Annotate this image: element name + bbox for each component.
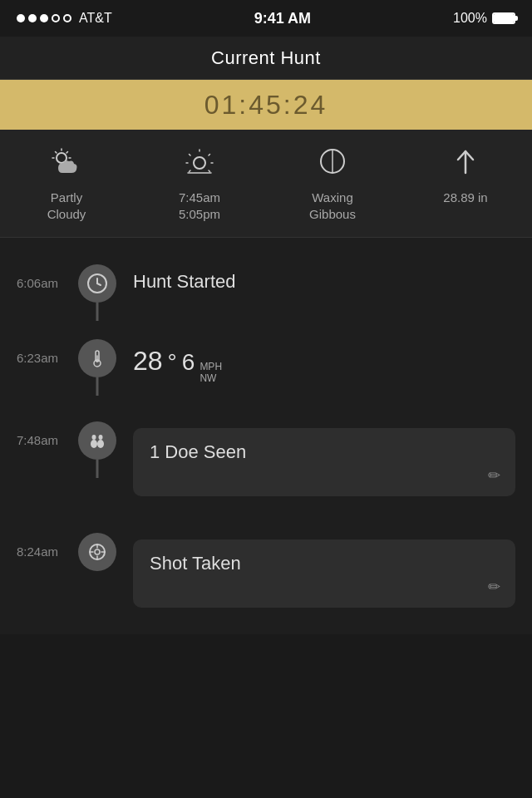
svg-line-5 xyxy=(56,152,57,153)
timer-banner: 01:45:24 xyxy=(0,80,532,130)
page-title: Current Hunt xyxy=(211,47,321,69)
signal-dot-1 xyxy=(17,14,25,22)
status-bar: AT&T 9:41 AM 100% xyxy=(0,0,532,37)
signal-dot-3 xyxy=(40,14,48,22)
svg-line-14 xyxy=(190,170,191,172)
timeline-connector-1 xyxy=(76,264,118,303)
shot-taken-box[interactable]: Shot Taken ✏ xyxy=(133,539,515,608)
timeline-connector-4 xyxy=(76,533,118,571)
svg-point-8 xyxy=(194,157,205,169)
moon-icon xyxy=(316,145,349,183)
timeline-content-4: Shot Taken ✏ xyxy=(133,533,515,608)
doe-seen-edit-icon[interactable]: ✏ xyxy=(488,466,500,485)
deer-tracks-icon xyxy=(86,430,108,451)
svg-point-31 xyxy=(95,549,100,554)
signal-dots xyxy=(17,14,71,22)
timeline-connector-3 xyxy=(76,421,118,460)
svg-line-10 xyxy=(190,155,191,156)
temperature-unit: ° xyxy=(168,349,177,376)
timeline-content-2: 28 ° 6 MPH NW xyxy=(133,339,515,385)
wind-dir: NW xyxy=(200,372,222,384)
thermometer-icon-circle xyxy=(78,339,116,377)
svg-line-11 xyxy=(209,155,210,156)
svg-point-26 xyxy=(91,440,97,448)
timeline-item-2: 6:23am 28 ° 6 MPH NW xyxy=(0,321,532,403)
hunt-started-text: Hunt Started xyxy=(133,271,236,292)
moon-label: WaxingGibbous xyxy=(309,190,356,222)
carrier-label: AT&T xyxy=(79,11,112,26)
timeline-time-2: 6:23am xyxy=(17,339,76,365)
battery-area: 100% xyxy=(453,11,515,26)
crosshair-icon-circle xyxy=(78,533,116,571)
weather-pressure: 28.89 in xyxy=(399,145,532,206)
pressure-icon xyxy=(449,145,482,183)
thermometer-icon xyxy=(86,347,108,369)
partly-cloudy-icon xyxy=(50,145,83,183)
timeline-time-3: 7:48am xyxy=(17,421,76,447)
weather-condition: PartlyCloudy xyxy=(0,145,133,222)
timeline-item-4: 8:24am Shot Taken ✏ xyxy=(0,515,532,626)
battery-percent: 100% xyxy=(453,11,487,26)
temperature-value: 28 xyxy=(133,346,163,377)
wind-speed-value: 6 xyxy=(182,349,195,376)
doe-seen-text: 1 Doe Seen xyxy=(150,441,246,462)
weather-moon: WaxingGibbous xyxy=(266,145,399,222)
nav-bar: Current Hunt xyxy=(0,37,532,80)
svg-point-27 xyxy=(97,440,104,448)
battery-icon xyxy=(492,12,515,24)
shot-taken-edit-icon[interactable]: ✏ xyxy=(488,578,500,596)
timeline-section: 6:06am Hunt Started 6:23am xyxy=(0,238,532,634)
doe-seen-box[interactable]: 1 Doe Seen ✏ xyxy=(133,428,515,496)
status-left: AT&T xyxy=(17,11,112,26)
shot-taken-text: Shot Taken xyxy=(150,553,241,574)
condition-label: PartlyCloudy xyxy=(47,190,86,222)
status-time: 9:41 AM xyxy=(254,10,311,27)
deer-tracks-icon-circle xyxy=(78,421,116,460)
svg-point-29 xyxy=(99,435,103,440)
timeline-time-1: 6:06am xyxy=(17,264,76,290)
sunrise-icon xyxy=(183,145,216,183)
hunt-start-icon-circle xyxy=(78,264,116,303)
timeline-content-1: Hunt Started xyxy=(133,264,515,293)
temp-wind-display: 28 ° 6 MPH NW xyxy=(133,346,515,385)
wind-unit: MPH xyxy=(200,361,222,372)
svg-line-7 xyxy=(66,152,67,153)
svg-line-22 xyxy=(97,283,101,285)
clock-icon xyxy=(86,273,108,294)
weather-sun: 7:45am5:05pm xyxy=(133,145,266,222)
timeline-item-3: 7:48am 1 Doe Seen ✏ xyxy=(0,403,532,515)
hunt-timer: 01:45:24 xyxy=(204,90,328,121)
timeline-time-4: 8:24am xyxy=(17,533,76,559)
timeline-item-1: 6:06am Hunt Started xyxy=(0,246,532,321)
pressure-label: 28.89 in xyxy=(443,190,487,206)
signal-dot-5 xyxy=(63,14,71,22)
svg-point-28 xyxy=(92,435,96,440)
svg-line-15 xyxy=(209,170,210,172)
wind-label: MPH NW xyxy=(200,361,222,385)
signal-dot-2 xyxy=(28,14,37,22)
timeline-line-2 xyxy=(96,377,99,396)
sun-times: 7:45am5:05pm xyxy=(179,190,220,222)
timeline-connector-2 xyxy=(76,339,118,377)
crosshair-icon xyxy=(86,541,108,563)
signal-dot-4 xyxy=(52,14,60,22)
timeline-line-1 xyxy=(96,303,99,321)
battery-fill xyxy=(494,14,514,22)
timeline-line-3 xyxy=(96,460,99,478)
timeline-content-3: 1 Doe Seen ✏ xyxy=(133,421,515,496)
weather-bar: PartlyCloudy 7:45am5:05pm xyxy=(0,130,532,238)
